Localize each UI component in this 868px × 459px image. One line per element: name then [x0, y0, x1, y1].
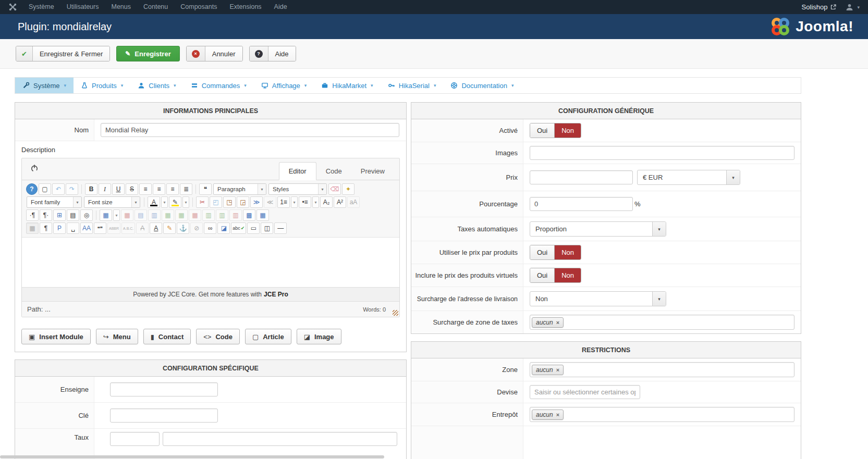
- new-document-icon[interactable]: ▢: [39, 183, 51, 195]
- tab-systeme[interactable]: Système▾: [15, 78, 74, 93]
- nonbreaking-space-icon[interactable]: ␣: [67, 222, 79, 234]
- toggle-yes-button[interactable]: Oui: [530, 268, 555, 282]
- insert-code-button[interactable]: <> Code: [196, 329, 240, 344]
- prix-input[interactable]: [530, 170, 633, 184]
- insert-row-before-icon[interactable]: ▦: [162, 209, 174, 221]
- font-size-select[interactable]: Font size▾: [84, 196, 140, 208]
- editor-content-area[interactable]: [22, 237, 399, 287]
- cleanup-icon[interactable]: ✦: [342, 183, 354, 195]
- toggle-yes-button[interactable]: Oui: [530, 245, 555, 259]
- bullet-list-icon[interactable]: •≡: [299, 196, 311, 208]
- tab-commandes[interactable]: Commandes▾: [184, 78, 254, 93]
- resize-handle-icon[interactable]: [393, 310, 398, 316]
- font-styles-icon[interactable]: AA: [80, 222, 93, 234]
- enseigne-input[interactable]: [110, 382, 218, 396]
- show-invisibles-icon[interactable]: ¶: [40, 222, 52, 234]
- print-icon[interactable]: ▤: [67, 209, 79, 221]
- tab-hikaserial[interactable]: HikaSerial▾: [381, 78, 444, 93]
- menubar-item-aide[interactable]: Aide: [268, 0, 294, 14]
- user-menu[interactable]: ▾: [846, 3, 860, 11]
- align-right-icon[interactable]: ≡: [166, 183, 179, 195]
- citation-icon[interactable]: ❝❞: [94, 222, 106, 234]
- outdent-icon[interactable]: ≪: [264, 196, 276, 208]
- rtl-direction-icon[interactable]: ¶·: [40, 209, 52, 221]
- selected-tag[interactable]: aucun ×: [532, 317, 564, 328]
- paste-icon[interactable]: ◳: [223, 196, 236, 208]
- highlight-color-icon[interactable]: ✎: [169, 196, 181, 208]
- insert-row-after-icon[interactable]: ▦: [175, 209, 188, 221]
- iframe-icon[interactable]: ◫: [261, 222, 273, 234]
- devise-input[interactable]: [530, 385, 640, 399]
- insert-image-icon[interactable]: ◪: [217, 222, 230, 234]
- table-caret-icon[interactable]: ▾: [113, 209, 120, 221]
- merge-cells-icon[interactable]: ▦: [256, 209, 269, 221]
- menubar-item-utilisateurs[interactable]: Utilisateurs: [60, 0, 105, 14]
- font-family-select[interactable]: Font family▾: [27, 196, 82, 208]
- visible-blocks-icon[interactable]: P: [53, 222, 66, 234]
- cut-icon[interactable]: ✂: [196, 196, 209, 208]
- insert-article-button[interactable]: ▢ Article: [245, 329, 291, 344]
- bold-icon[interactable]: B: [85, 183, 97, 195]
- surcharge-adresse-select[interactable]: Non ▾: [530, 291, 666, 306]
- insert-col-before-icon[interactable]: ▥: [202, 209, 215, 221]
- remove-tag-icon[interactable]: ×: [556, 412, 559, 418]
- tab-affichage[interactable]: Affichage▾: [254, 78, 314, 93]
- preview-tab[interactable]: Preview: [351, 162, 394, 180]
- undo-icon[interactable]: ↶: [52, 183, 65, 195]
- table-row-props-icon[interactable]: ▤: [135, 209, 147, 221]
- eraser-icon[interactable]: ⌫: [328, 183, 341, 195]
- images-input[interactable]: [530, 146, 794, 160]
- tab-produits[interactable]: Produits▾: [74, 78, 130, 93]
- acronym-icon[interactable]: A.B.C.: [121, 222, 135, 234]
- toggle-no-button[interactable]: Non: [555, 123, 581, 138]
- taux-range-input[interactable]: [163, 432, 397, 446]
- cle-input[interactable]: [110, 408, 218, 423]
- anchor-icon[interactable]: ⚓: [177, 222, 189, 234]
- table-cell-props-icon[interactable]: ▥: [148, 209, 161, 221]
- unlink-icon[interactable]: ⊘: [190, 222, 203, 234]
- find-replace-icon[interactable]: ◎: [80, 209, 93, 221]
- paragraph-select[interactable]: Paragraph▾: [213, 183, 266, 195]
- delete-row-icon[interactable]: ▦: [189, 209, 201, 221]
- selected-tag[interactable]: aucun ×: [532, 410, 564, 420]
- spellcheck-icon[interactable]: abc: [231, 222, 246, 234]
- insert-image-button[interactable]: ◪ Image: [297, 329, 341, 344]
- taux-input[interactable]: [110, 432, 160, 446]
- menubar-item-composants[interactable]: Composants: [174, 0, 223, 14]
- jce-pro-link[interactable]: JCE Pro: [264, 291, 288, 298]
- toggle-yes-button[interactable]: Oui: [530, 123, 555, 138]
- insert-contact-button[interactable]: ▮ Contact: [143, 329, 191, 344]
- text-color-icon[interactable]: A: [148, 196, 160, 208]
- site-preview-link[interactable]: Solishop: [802, 3, 837, 11]
- table-icon[interactable]: ▦: [100, 209, 112, 221]
- entrepot-field[interactable]: aucun ×: [530, 407, 794, 422]
- styles-select[interactable]: Styles▾: [268, 183, 327, 195]
- numbered-list-icon[interactable]: 1≡: [277, 196, 290, 208]
- selected-tag[interactable]: aucun ×: [532, 365, 564, 375]
- save-button[interactable]: ✎Enregistrer: [116, 46, 179, 61]
- horizontal-rule-icon[interactable]: —: [274, 222, 287, 234]
- layer-icon[interactable]: ▭: [247, 222, 260, 234]
- surcharge-zone-field[interactable]: aucun ×: [530, 315, 794, 330]
- abbreviation-icon[interactable]: ABBR: [107, 222, 120, 234]
- redo-icon[interactable]: ↷: [66, 183, 78, 195]
- inserted-text-icon[interactable]: A: [150, 222, 162, 234]
- save-close-button[interactable]: ✔ Enregistrer & Fermer: [16, 46, 110, 61]
- zone-field[interactable]: aucun ×: [530, 362, 794, 377]
- indent-icon[interactable]: ≫: [250, 196, 263, 208]
- cancel-button[interactable]: × Annuler: [186, 46, 243, 61]
- toggle-no-button[interactable]: Non: [555, 268, 581, 282]
- note-icon[interactable]: ✎: [163, 222, 176, 234]
- paste-as-text-icon[interactable]: ◲: [237, 196, 249, 208]
- menubar-item-menus[interactable]: Menus: [105, 0, 137, 14]
- tab-documentation[interactable]: Documentation▾: [443, 78, 521, 93]
- menubar-item-contenu[interactable]: Contenu: [137, 0, 174, 14]
- text-color-caret-icon[interactable]: ▾: [161, 196, 168, 208]
- tab-hikamarket[interactable]: HikaMarket▾: [314, 78, 380, 93]
- link-icon[interactable]: ∞: [204, 222, 216, 234]
- tab-clients[interactable]: Clients▾: [130, 78, 183, 93]
- split-cells-icon[interactable]: ▩: [243, 209, 255, 221]
- blockquote-icon[interactable]: ❝: [199, 183, 212, 195]
- insert-module-button[interactable]: ▣ Insert Module: [21, 329, 91, 344]
- italic-icon[interactable]: I: [99, 183, 111, 195]
